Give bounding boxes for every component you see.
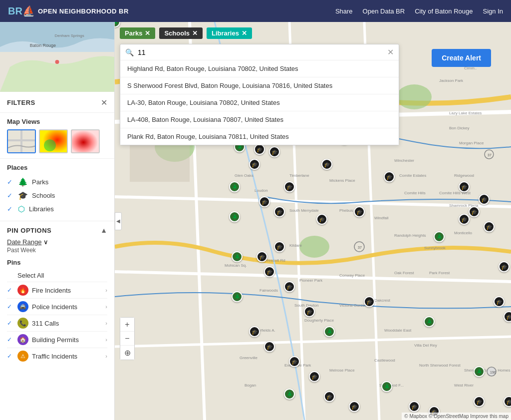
- map-area[interactable]: Baton Rouge Metropolitan Airport Beechwo…: [115, 22, 511, 420]
- school-pin[interactable]: 🎓: [304, 306, 315, 317]
- schools-tag-remove-icon[interactable]: ✕: [192, 29, 198, 37]
- pin-police[interactable]: ✓ 🚔 Police Incidents ›: [7, 299, 107, 315]
- svg-text:Sunnybrook: Sunnybrook: [424, 246, 446, 250]
- svg-text:Timberlane: Timberlane: [289, 173, 309, 178]
- filters-close-button[interactable]: ✕: [101, 98, 107, 107]
- park-pin[interactable]: 🌲: [229, 181, 240, 192]
- pin-traffic[interactable]: ✓ ⚠ Traffic Incidents ›: [7, 348, 107, 364]
- school-pin[interactable]: 🎓: [459, 214, 470, 225]
- create-alert-button[interactable]: Create Alert: [432, 49, 491, 67]
- date-range-link[interactable]: Date Range: [7, 238, 41, 246]
- school-pin[interactable]: 🎓: [264, 341, 275, 352]
- libraries-tag-remove-icon[interactable]: ✕: [242, 29, 247, 37]
- school-pin[interactable]: 🎓: [504, 396, 511, 407]
- open-data-link[interactable]: Open Data BR: [363, 7, 405, 15]
- pin-311[interactable]: ✓ 📞 311 Calls ›: [7, 315, 107, 332]
- libraries-filter-tag[interactable]: Libraries ✕: [207, 27, 252, 39]
- school-pin[interactable]: 🎓: [384, 171, 395, 182]
- school-pin[interactable]: 🎓: [284, 181, 295, 192]
- park-pin[interactable]: 🌲: [232, 291, 243, 302]
- school-pin[interactable]: 🎓: [269, 146, 280, 157]
- share-link[interactable]: Share: [335, 7, 353, 15]
- pin-options-header[interactable]: PIN OPTIONS ▲: [7, 226, 107, 234]
- place-schools[interactable]: ✓ 🎓 Schools: [7, 189, 107, 202]
- school-pin[interactable]: 🎓: [254, 144, 265, 155]
- city-link[interactable]: City of Baton Rouge: [415, 7, 473, 15]
- school-pin[interactable]: 🎓: [321, 159, 332, 170]
- svg-point-9: [44, 139, 56, 151]
- school-pin[interactable]: 🎓: [324, 391, 335, 402]
- search-result-2[interactable]: LA-30, Baton Rouge, Louisiana 70802, Uni…: [120, 94, 399, 111]
- school-pin[interactable]: 🎓: [249, 326, 260, 337]
- pin-options-collapse-icon: ▲: [100, 226, 107, 234]
- svg-text:Comite Estates: Comite Estates: [399, 173, 426, 178]
- school-pin[interactable]: 🎓: [274, 206, 285, 217]
- search-result-3[interactable]: LA-408, Baton Rouge, Louisiana 70807, Un…: [120, 111, 399, 128]
- school-pin[interactable]: 🎓: [289, 356, 300, 367]
- school-pin[interactable]: 🎓: [409, 401, 420, 412]
- place-parks[interactable]: ✓ 🌲 Parks: [7, 175, 107, 189]
- libraries-tag-label: Libraries: [212, 29, 239, 37]
- park-pin[interactable]: 🌲: [229, 211, 240, 222]
- parks-tag-remove-icon[interactable]: ✕: [145, 29, 150, 37]
- parks-filter-tag[interactable]: Parks ✕: [120, 27, 155, 39]
- pin-building[interactable]: ✓ 🏠 Building Permits ›: [7, 332, 107, 348]
- search-result-4[interactable]: Plank Rd, Baton Rouge, Louisiana 70811, …: [120, 128, 399, 145]
- school-pin[interactable]: 🎓: [354, 206, 365, 217]
- filter-bar: Parks ✕ Schools ✕ Libraries ✕: [115, 22, 511, 44]
- svg-text:Winchester: Winchester: [394, 158, 414, 163]
- park-pin[interactable]: 🌲: [381, 381, 392, 392]
- libraries-check-icon: ✓: [7, 205, 14, 213]
- school-pin[interactable]: 🎓: [309, 371, 320, 382]
- fire-check-icon: ✓: [7, 287, 14, 294]
- pin-fire[interactable]: ✓ 🔥 Fire Incidents ›: [7, 282, 107, 299]
- school-pin[interactable]: 🎓: [484, 221, 495, 232]
- school-pin[interactable]: 🎓: [316, 214, 327, 225]
- zoom-out-button[interactable]: −: [120, 332, 134, 346]
- school-pin[interactable]: 🎓: [459, 181, 470, 192]
- school-pin[interactable]: 🎓: [349, 401, 360, 412]
- school-pin[interactable]: 🎓: [469, 206, 480, 217]
- search-result-0[interactable]: Highland Rd, Baton Rouge, Louisiana 7080…: [120, 60, 399, 77]
- park-pin[interactable]: 🌲: [284, 389, 295, 400]
- schools-filter-tag[interactable]: Schools ✕: [159, 27, 203, 39]
- search-clear-icon[interactable]: ✕: [387, 47, 394, 57]
- school-pin[interactable]: 🎓: [499, 261, 510, 272]
- school-pin[interactable]: 🎓: [264, 266, 275, 277]
- svg-text:37: 37: [358, 246, 362, 249]
- school-pin[interactable]: 🎓: [249, 159, 260, 170]
- svg-text:Mohican Sq.: Mohican Sq.: [225, 263, 247, 268]
- schools-tag-label: Schools: [164, 29, 190, 37]
- search-input[interactable]: [138, 48, 387, 56]
- svg-text:Prescott Rd: Prescott Rd: [264, 258, 285, 263]
- school-pin[interactable]: 🎓: [256, 251, 267, 262]
- school-pin[interactable]: 🎓: [364, 296, 375, 307]
- school-pin[interactable]: 🎓: [504, 311, 511, 322]
- school-pin[interactable]: 🎓: [284, 281, 295, 292]
- libraries-icon: ⬡: [18, 204, 25, 214]
- map-view-street[interactable]: [7, 129, 36, 153]
- park-pin[interactable]: 🌲: [434, 231, 445, 242]
- school-pin[interactable]: 🎓: [474, 396, 485, 407]
- school-pin[interactable]: 🎓: [259, 196, 270, 207]
- search-result-1[interactable]: S Sherwood Forest Blvd, Baton Rouge, Lou…: [120, 77, 399, 94]
- park-pin[interactable]: 🌲: [324, 326, 335, 337]
- svg-text:North Sherwood Forest: North Sherwood Forest: [419, 363, 461, 368]
- school-pin[interactable]: 🎓: [479, 194, 490, 205]
- school-pin[interactable]: 🎓: [274, 241, 285, 252]
- compass-button[interactable]: ⊕: [120, 346, 134, 360]
- map-view-heat2[interactable]: [71, 129, 100, 153]
- sign-in-link[interactable]: Sign In: [483, 7, 503, 15]
- park-pin[interactable]: 🌲: [474, 366, 485, 377]
- filters-title: FILTERS: [7, 99, 35, 106]
- sidebar-collapse-button[interactable]: ◀: [115, 212, 122, 230]
- school-pin[interactable]: 🎓: [494, 296, 505, 307]
- place-libraries[interactable]: ✓ ⬡ Libraries: [7, 202, 107, 216]
- 311-label: 311 Calls: [32, 320, 102, 327]
- park-pin[interactable]: 🌲: [232, 251, 243, 262]
- svg-text:Loudon: Loudon: [255, 188, 268, 193]
- pin-select-all[interactable]: Select All: [7, 269, 107, 282]
- park-pin[interactable]: 🌲: [424, 316, 435, 327]
- map-view-heat1[interactable]: [39, 129, 68, 153]
- zoom-in-button[interactable]: +: [120, 318, 134, 332]
